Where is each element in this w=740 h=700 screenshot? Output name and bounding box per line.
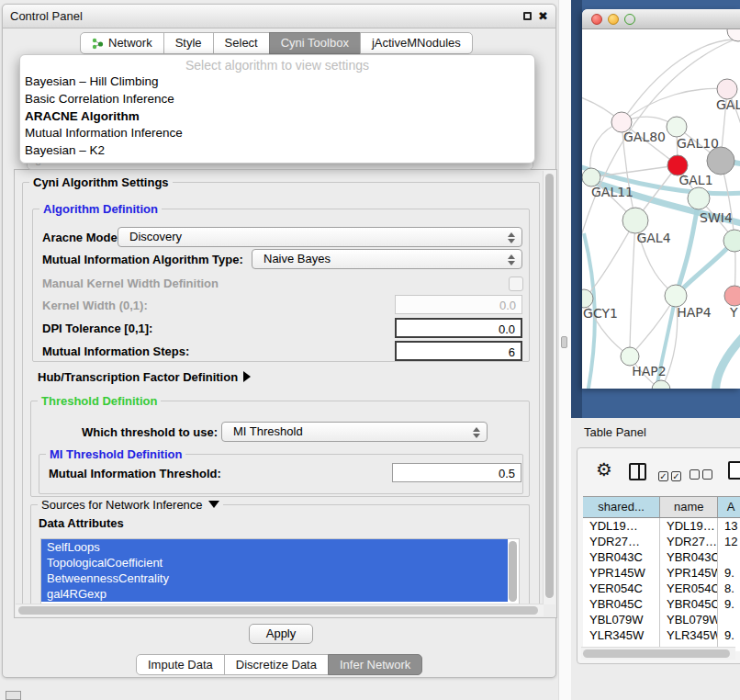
tab-network[interactable]: Network (80, 32, 164, 54)
network-edge-strong[interactable] (715, 334, 740, 389)
float-window-icon[interactable] (523, 12, 532, 20)
zoom-traffic-light-icon[interactable] (624, 14, 635, 25)
tab-discretize-data[interactable]: Discretize Data (224, 654, 329, 675)
network-edge[interactable] (630, 220, 635, 356)
scrollbar-thumb[interactable] (18, 606, 538, 615)
aracne-mode-select[interactable]: Discovery (118, 227, 522, 247)
data-attribute-item-selected[interactable]: BetweennessCentrality (41, 570, 508, 586)
node-label-gcy1: GCY1 (583, 306, 618, 321)
algorithm-option[interactable]: ARACNE Algorithm (20, 108, 534, 126)
sources-toggle[interactable]: Sources for Network Inference (38, 498, 223, 512)
algorithm-option[interactable]: Dream8 DC_TDC Algorithm (20, 160, 534, 164)
table-row[interactable]: YDR27…YDR27…12 (583, 534, 740, 549)
data-attribute-item-selected[interactable]: TopologicalCoefficient (41, 555, 508, 570)
table-row[interactable]: YBL079WYBL079W (583, 612, 740, 627)
control-panel-title: Control Panel (10, 5, 83, 28)
network-canvas[interactable]: GALGAL80GAL10GAL1GAL11SWI4GAL4GCY1HAP4YH… (582, 29, 740, 389)
network-graph[interactable]: GALGAL80GAL10GAL1GAL11SWI4GAL4GCY1HAP4YH… (582, 29, 740, 389)
scrollbar-thumb[interactable] (509, 541, 517, 602)
algorithm-option[interactable]: Bayesian – K2 (20, 142, 534, 160)
table-row[interactable]: YBR043CYBR043C (583, 549, 740, 565)
data-attributes-list[interactable]: SelfLoopsTopologicalCoefficientBetweenne… (40, 538, 520, 606)
table-row[interactable]: YLR345WYLR345W9. (583, 627, 740, 643)
algorithm-option[interactable]: Mutual Information Inference (20, 125, 534, 142)
tab-infer-network[interactable]: Infer Network (328, 654, 422, 675)
dock-panel-button[interactable] (6, 691, 21, 700)
close-traffic-light-icon[interactable] (591, 14, 602, 25)
table-cell: YBL079W (660, 612, 718, 627)
algorithm-dropdown-list: Select algorithm to view settings Bayesi… (19, 54, 535, 164)
network-node-gal11[interactable] (582, 168, 600, 186)
network-node-gal4[interactable] (622, 208, 648, 233)
mi-type-value: Naive Bayes (263, 252, 331, 265)
network-node-hap2[interactable] (621, 347, 639, 366)
group-title: Threshold Definition (38, 394, 161, 408)
network-node-partial-bottom[interactable] (652, 380, 670, 389)
tab-impute-data[interactable]: Impute Data (136, 654, 225, 675)
column-layout-icon[interactable] (629, 463, 646, 480)
table-body: YDL19…YDL19…13YDR27…YDR27…12YBR043CYBR04… (583, 518, 740, 651)
table-row[interactable]: YDL19…YDL19…13 (583, 518, 740, 534)
network-node-gal10[interactable] (667, 117, 687, 137)
network-node-salmon-right[interactable] (724, 286, 740, 306)
network-node-pink-top[interactable] (717, 79, 737, 99)
settings-horizontal-scrollbar[interactable] (16, 604, 544, 616)
network-node-swi4[interactable] (688, 187, 710, 209)
table-cell: YDL19… (583, 518, 660, 534)
dpi-tolerance-field[interactable]: 0.0 (395, 318, 522, 338)
kernel-width-field[interactable]: 0.0 (395, 295, 522, 314)
algorithm-definition-group: Algorithm Definition Aracne Mode: Discov… (32, 209, 530, 362)
close-icon[interactable]: ✖ (538, 8, 548, 25)
tab-label: Cyni Toolbox (281, 33, 349, 53)
mi-algorithm-type-select[interactable]: Naive Bayes (252, 249, 522, 269)
table-cell: YBR045C (583, 596, 660, 612)
network-node-hap4[interactable] (665, 285, 687, 307)
column-header[interactable]: A (718, 497, 740, 517)
tab-label: Style (175, 33, 202, 53)
tab-select[interactable]: Select (213, 32, 270, 54)
control-panel-titlebar: Control Panel ✖ (3, 5, 555, 28)
mi-threshold-field[interactable]: 0.5 (392, 463, 521, 482)
minimize-traffic-light-icon[interactable] (608, 14, 619, 25)
table-row[interactable]: YPR145WYPR145W9. (583, 565, 740, 581)
tab-label: Network (108, 33, 152, 53)
column-header[interactable]: shared... (583, 497, 660, 517)
data-attribute-item-selected[interactable]: gal4RGexp (41, 586, 508, 602)
data-attribute-item-selected[interactable]: SelfLoops (41, 539, 508, 555)
select-all-checkboxes-icon[interactable]: ✓✓ (658, 467, 684, 483)
table-horizontal-scrollbar[interactable] (581, 647, 735, 660)
mi-type-label: Mutual Information Algorithm Type: (42, 253, 243, 266)
table-row[interactable]: YBR045CYBR045C9. (583, 596, 740, 612)
cyni-settings-panel: Cyni Algorithm Settings Algorithm Defini… (14, 169, 557, 618)
split-pane-handle[interactable] (561, 336, 567, 348)
settings-vertical-scrollbar[interactable] (543, 171, 555, 604)
table-row[interactable]: YER054CYER054C8. (583, 581, 740, 596)
new-table-icon[interactable] (728, 461, 740, 480)
tab-style[interactable]: Style (163, 32, 214, 54)
expand-right-icon (243, 371, 251, 382)
collapse-down-icon (208, 501, 219, 508)
network-node-gcy1[interactable] (582, 289, 593, 308)
tab-jactivemnodules[interactable]: jActiveMNodules (360, 32, 473, 54)
gear-icon[interactable]: ⚙ (596, 459, 612, 480)
which-threshold-select[interactable]: MI Threshold (221, 422, 488, 442)
split-pane-divider[interactable] (558, 0, 571, 700)
deselect-all-checkboxes-icon[interactable] (690, 467, 715, 483)
apply-button[interactable]: Apply (249, 624, 313, 644)
node-label-gal80: GAL80 (623, 130, 666, 144)
scrollbar-thumb[interactable] (545, 174, 554, 598)
manual-kernel-checkbox[interactable] (509, 277, 523, 291)
hub-definition-toggle[interactable]: Hub/Transcription Factor Definition (38, 370, 251, 384)
scrollbar-thumb[interactable] (583, 649, 730, 658)
sources-group: Sources for Network Inference Data Attri… (30, 504, 530, 605)
list-scrollbar[interactable] (508, 540, 518, 604)
algorithm-option[interactable]: Basic Correlation Inference (20, 91, 534, 108)
table-cell: 9. (718, 565, 740, 581)
tab-label: Impute Data (148, 655, 213, 675)
network-node-gray-hub[interactable] (707, 147, 734, 175)
tab-cyni-toolbox[interactable]: Cyni Toolbox (269, 32, 361, 54)
table-cell: YER054C (660, 581, 718, 596)
algorithm-option[interactable]: Bayesian – Hill Climbing (20, 73, 534, 91)
mi-steps-field[interactable]: 6 (395, 341, 522, 361)
column-header[interactable]: name (660, 497, 718, 517)
